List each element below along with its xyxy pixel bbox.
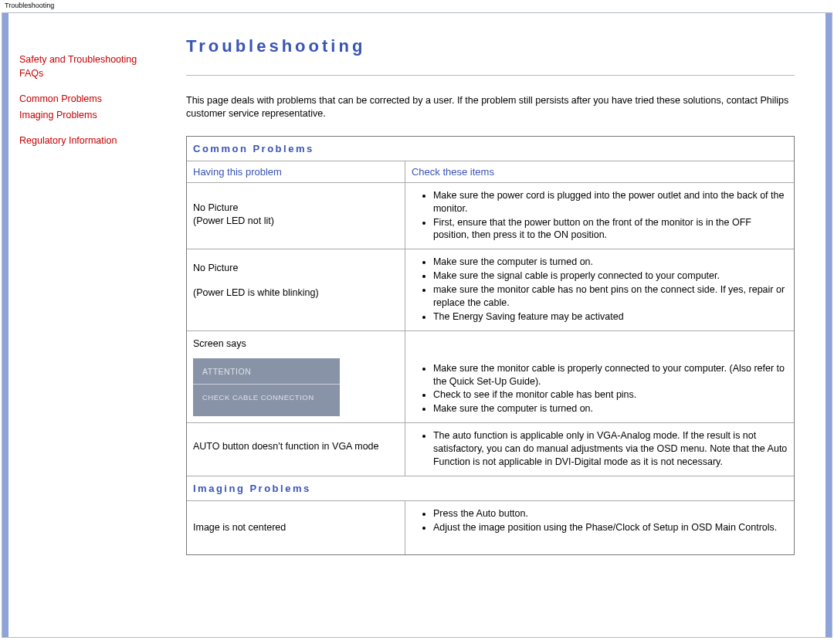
column-headers-row: Having this problem Check these items (187, 161, 794, 183)
problem-text: No Picture (193, 262, 398, 276)
solution-list: Press the Auto button. Adjust the image … (412, 507, 788, 534)
sidebar-link-safety[interactable]: Safety and Troubleshooting (19, 53, 152, 67)
solution-list: Make sure the monitor cable is properly … (412, 362, 788, 416)
table-row: Screen says ATTENTION CHECK CABLE CONNEC… (187, 331, 794, 424)
solution-item: The Energy Saving feature may be activat… (433, 310, 788, 324)
section-header-row-imaging: Imaging Problems (187, 476, 794, 501)
attention-message: CHECK CABLE CONNECTION (193, 385, 340, 405)
attention-title: ATTENTION (193, 358, 340, 385)
attention-callout: ATTENTION CHECK CABLE CONNECTION (193, 358, 340, 416)
table-row: AUTO button doesn't function in VGA mode… (187, 423, 794, 476)
left-accent-bar (2, 13, 8, 637)
common-problems-heading: Common Problems (193, 143, 314, 154)
problem-text: (Power LED is white blinking) (193, 286, 398, 300)
solution-item: Make sure the computer is turned on. (433, 256, 788, 269)
page-container: Safety and Troubleshooting FAQs Common P… (2, 12, 832, 638)
col-header-problem: Having this problem (193, 166, 282, 178)
solution-item: Make sure the power cord is plugged into… (433, 189, 788, 215)
solution-list: Make sure the computer is turned on. Mak… (412, 256, 788, 323)
solution-list: The auto function is applicable only in … (412, 429, 788, 469)
intro-text: This page deals with problems that can b… (186, 94, 795, 120)
col-header-solution: Check these items (412, 166, 494, 178)
solution-item: Make sure the computer is turned on. (433, 402, 788, 415)
solution-item: The auto function is applicable only in … (433, 429, 788, 469)
solution-item: make sure the monitor cable has no bent … (433, 283, 788, 310)
table-row: No Picture (Power LED not lit) Make sure… (187, 183, 794, 250)
sidebar-link-regulatory[interactable]: Regulatory Information (19, 134, 152, 148)
solution-item: Check to see if the monitor cable has be… (433, 388, 788, 402)
page-title: Troubleshooting (186, 36, 795, 56)
sidebar-link-common-problems[interactable]: Common Problems (19, 93, 152, 107)
sidebar-link-imaging-problems[interactable]: Imaging Problems (19, 109, 152, 123)
imaging-problems-heading: Imaging Problems (193, 483, 311, 494)
troubleshooting-table: Common Problems Having this problem Chec… (186, 136, 795, 556)
solution-item: Make sure the signal cable is properly c… (433, 269, 788, 283)
problem-text: AUTO button doesn't function in VGA mode (193, 440, 398, 454)
sidebar-link-faqs[interactable]: FAQs (19, 67, 152, 81)
title-divider (186, 75, 795, 76)
problem-text: Image is not centered (193, 521, 398, 535)
solution-item: Press the Auto button. (433, 507, 788, 520)
solution-item: Adjust the image position using the Phas… (433, 521, 788, 534)
header-filename: Troubleshooting (0, 0, 834, 11)
problem-text: No Picture (193, 202, 398, 215)
problem-text: (Power LED not lit) (193, 215, 398, 229)
right-accent-bar (826, 13, 832, 637)
main-content: Troubleshooting This page deals with pro… (163, 13, 826, 637)
section-header-row-common: Common Problems (187, 137, 794, 161)
solution-list: Make sure the power cord is plugged into… (412, 189, 788, 242)
solution-item: First, ensure that the power button on t… (433, 216, 788, 242)
table-row: Image is not centered Press the Auto but… (187, 501, 794, 555)
sidebar-nav: Safety and Troubleshooting FAQs Common P… (8, 13, 163, 637)
problem-text: Screen says (193, 337, 398, 351)
solution-item: Make sure the monitor cable is properly … (433, 362, 788, 388)
table-row: No Picture (Power LED is white blinking)… (187, 249, 794, 330)
